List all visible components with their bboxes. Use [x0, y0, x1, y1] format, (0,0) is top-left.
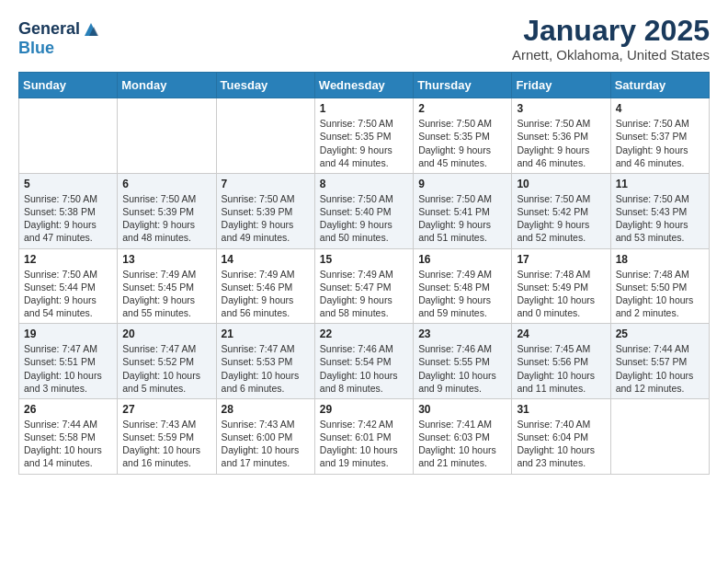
calendar-day-cell: 11Sunrise: 7:50 AMSunset: 5:43 PMDayligh… [610, 173, 709, 248]
calendar-day-cell [118, 98, 216, 174]
calendar-day-cell: 12Sunrise: 7:50 AMSunset: 5:44 PMDayligh… [19, 248, 118, 324]
day-number: 22 [320, 327, 408, 340]
day-info: Sunrise: 7:50 AMSunset: 5:35 PMDaylight:… [418, 117, 506, 169]
calendar-day-cell: 28Sunrise: 7:43 AMSunset: 6:00 PMDayligh… [216, 398, 314, 474]
day-number: 24 [517, 327, 605, 340]
calendar-day-cell: 21Sunrise: 7:47 AMSunset: 5:53 PMDayligh… [216, 324, 314, 399]
day-info: Sunrise: 7:48 AMSunset: 5:49 PMDaylight:… [517, 268, 605, 320]
day-info: Sunrise: 7:50 AMSunset: 5:36 PMDaylight:… [517, 117, 605, 169]
calendar-day-cell: 31Sunrise: 7:40 AMSunset: 6:04 PMDayligh… [512, 398, 610, 474]
logo: General Blue [18, 19, 102, 58]
day-info: Sunrise: 7:50 AMSunset: 5:39 PMDaylight:… [222, 192, 310, 245]
calendar-week-row: 12Sunrise: 7:50 AMSunset: 5:44 PMDayligh… [19, 248, 710, 324]
calendar-day-cell: 30Sunrise: 7:41 AMSunset: 6:03 PMDayligh… [414, 398, 512, 474]
day-info: Sunrise: 7:47 AMSunset: 5:52 PMDaylight:… [122, 342, 210, 395]
day-number: 7 [222, 178, 310, 190]
day-info: Sunrise: 7:50 AMSunset: 5:43 PMDaylight:… [616, 192, 704, 245]
day-number: 18 [616, 253, 704, 266]
day-info: Sunrise: 7:50 AMSunset: 5:35 PMDaylight:… [320, 117, 408, 169]
calendar-day-cell: 18Sunrise: 7:48 AMSunset: 5:50 PMDayligh… [610, 248, 709, 324]
day-number: 13 [122, 253, 210, 266]
day-number: 2 [418, 102, 506, 115]
day-info: Sunrise: 7:46 AMSunset: 5:54 PMDaylight:… [320, 342, 408, 395]
calendar-day-cell: 17Sunrise: 7:48 AMSunset: 5:49 PMDayligh… [512, 248, 610, 324]
calendar-day-cell: 7Sunrise: 7:50 AMSunset: 5:39 PMDaylight… [216, 173, 314, 248]
calendar-week-row: 26Sunrise: 7:44 AMSunset: 5:58 PMDayligh… [19, 398, 710, 474]
page: General Blue January 2025 Arnett, Oklaho… [0, 0, 728, 563]
day-number: 21 [222, 327, 310, 340]
header: General Blue January 2025 Arnett, Oklaho… [18, 15, 710, 63]
calendar-day-cell: 1Sunrise: 7:50 AMSunset: 5:35 PMDaylight… [314, 98, 413, 174]
day-number: 15 [320, 253, 408, 266]
calendar-week-row: 1Sunrise: 7:50 AMSunset: 5:35 PMDaylight… [19, 98, 710, 174]
calendar-day-cell: 2Sunrise: 7:50 AMSunset: 5:35 PMDaylight… [414, 98, 512, 174]
calendar-week-row: 19Sunrise: 7:47 AMSunset: 5:51 PMDayligh… [19, 324, 710, 399]
calendar-week-row: 5Sunrise: 7:50 AMSunset: 5:38 PMDaylight… [19, 173, 710, 248]
day-info: Sunrise: 7:50 AMSunset: 5:41 PMDaylight:… [418, 192, 506, 245]
day-number: 5 [24, 178, 112, 190]
day-number: 16 [418, 253, 506, 266]
day-number: 23 [418, 327, 506, 340]
calendar-day-cell: 22Sunrise: 7:46 AMSunset: 5:54 PMDayligh… [314, 324, 413, 399]
day-info: Sunrise: 7:40 AMSunset: 6:04 PMDaylight:… [517, 418, 605, 470]
day-number: 1 [320, 102, 408, 115]
calendar-day-cell: 10Sunrise: 7:50 AMSunset: 5:42 PMDayligh… [512, 173, 610, 248]
day-number: 31 [517, 403, 605, 416]
calendar-day-cell: 15Sunrise: 7:49 AMSunset: 5:47 PMDayligh… [314, 248, 413, 324]
day-info: Sunrise: 7:44 AMSunset: 5:58 PMDaylight:… [24, 418, 112, 470]
day-number: 6 [122, 178, 210, 190]
calendar-day-cell: 23Sunrise: 7:46 AMSunset: 5:55 PMDayligh… [414, 324, 512, 399]
day-number: 26 [24, 403, 112, 416]
day-number: 9 [418, 178, 506, 190]
day-info: Sunrise: 7:47 AMSunset: 5:53 PMDaylight:… [222, 342, 310, 395]
day-number: 25 [616, 327, 704, 340]
day-number: 20 [122, 327, 210, 340]
day-info: Sunrise: 7:50 AMSunset: 5:40 PMDaylight:… [320, 192, 408, 245]
calendar-day-cell: 3Sunrise: 7:50 AMSunset: 5:36 PMDaylight… [512, 98, 610, 174]
logo-icon [81, 19, 101, 40]
day-number: 3 [517, 102, 605, 115]
calendar-day-cell: 8Sunrise: 7:50 AMSunset: 5:40 PMDaylight… [314, 173, 413, 248]
calendar-day-cell [19, 98, 118, 174]
day-info: Sunrise: 7:49 AMSunset: 5:48 PMDaylight:… [418, 268, 506, 320]
day-number: 28 [222, 403, 310, 416]
day-number: 30 [418, 403, 506, 416]
calendar-day-cell [610, 398, 709, 474]
calendar-day-cell: 16Sunrise: 7:49 AMSunset: 5:48 PMDayligh… [414, 248, 512, 324]
calendar-day-cell: 20Sunrise: 7:47 AMSunset: 5:52 PMDayligh… [118, 324, 216, 399]
day-number: 12 [24, 253, 112, 266]
day-number: 17 [517, 253, 605, 266]
logo-general: General [18, 19, 80, 38]
calendar-day-cell: 6Sunrise: 7:50 AMSunset: 5:39 PMDaylight… [118, 173, 216, 248]
calendar-day-cell: 27Sunrise: 7:43 AMSunset: 5:59 PMDayligh… [118, 398, 216, 474]
day-info: Sunrise: 7:50 AMSunset: 5:42 PMDaylight:… [517, 192, 605, 245]
day-info: Sunrise: 7:42 AMSunset: 6:01 PMDaylight:… [320, 418, 408, 470]
weekday-header: Thursday [414, 73, 512, 98]
weekday-header: Wednesday [314, 73, 413, 98]
calendar-day-cell: 19Sunrise: 7:47 AMSunset: 5:51 PMDayligh… [19, 324, 118, 399]
day-number: 10 [517, 178, 605, 190]
calendar-day-cell: 25Sunrise: 7:44 AMSunset: 5:57 PMDayligh… [610, 324, 709, 399]
calendar-table: SundayMondayTuesdayWednesdayThursdayFrid… [18, 72, 710, 474]
weekday-header: Sunday [19, 73, 118, 98]
day-number: 29 [320, 403, 408, 416]
calendar-day-cell: 4Sunrise: 7:50 AMSunset: 5:37 PMDaylight… [610, 98, 709, 174]
day-info: Sunrise: 7:43 AMSunset: 5:59 PMDaylight:… [122, 418, 210, 470]
day-info: Sunrise: 7:45 AMSunset: 5:56 PMDaylight:… [517, 342, 605, 395]
day-number: 8 [320, 178, 408, 190]
calendar-day-cell: 13Sunrise: 7:49 AMSunset: 5:45 PMDayligh… [118, 248, 216, 324]
day-info: Sunrise: 7:48 AMSunset: 5:50 PMDaylight:… [616, 268, 704, 320]
weekday-header: Monday [118, 73, 216, 98]
day-info: Sunrise: 7:46 AMSunset: 5:55 PMDaylight:… [418, 342, 506, 395]
title-block: January 2025 Arnett, Oklahoma, United St… [512, 15, 710, 63]
day-number: 14 [222, 253, 310, 266]
day-info: Sunrise: 7:49 AMSunset: 5:45 PMDaylight:… [122, 268, 210, 320]
day-number: 11 [616, 178, 704, 190]
day-info: Sunrise: 7:49 AMSunset: 5:46 PMDaylight:… [222, 268, 310, 320]
weekday-header-row: SundayMondayTuesdayWednesdayThursdayFrid… [19, 73, 710, 98]
logo-blue: Blue [18, 39, 54, 57]
location-subtitle: Arnett, Oklahoma, United States [512, 47, 710, 63]
calendar-day-cell: 5Sunrise: 7:50 AMSunset: 5:38 PMDaylight… [19, 173, 118, 248]
calendar-day-cell [216, 98, 314, 174]
calendar-day-cell: 9Sunrise: 7:50 AMSunset: 5:41 PMDaylight… [414, 173, 512, 248]
